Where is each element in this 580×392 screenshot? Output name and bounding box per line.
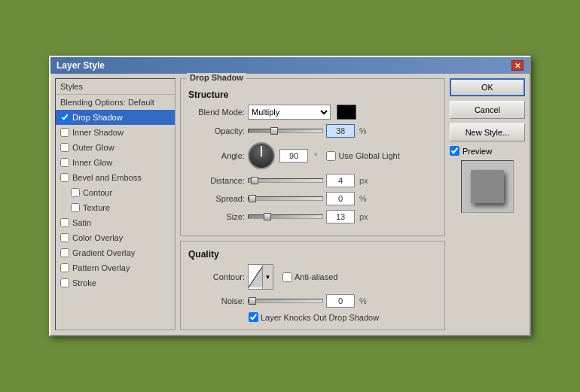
layer-knocks-label[interactable]: Layer Knocks Out Drop Shadow xyxy=(249,312,379,322)
spread-row: Spread: % xyxy=(188,192,437,205)
drop-shadow-legend: Drop Shadow xyxy=(187,73,246,82)
noise-unit: % xyxy=(359,296,367,305)
sidebar-item-stroke[interactable]: Stroke xyxy=(56,275,175,290)
inner-glow-label: Inner Glow xyxy=(72,158,112,167)
size-unit: px xyxy=(359,212,368,221)
pattern-overlay-label: Pattern Overlay xyxy=(72,263,130,272)
opacity-label: Opacity: xyxy=(188,126,245,135)
opacity-slider[interactable] xyxy=(248,129,323,133)
preview-label[interactable]: Preview xyxy=(450,146,525,156)
ok-button[interactable]: OK xyxy=(450,78,525,96)
drop-shadow-section: Drop Shadow Structure Blend Mode: Multip… xyxy=(180,78,445,236)
blending-options-label: Blending Options: Default xyxy=(60,98,154,107)
noise-label: Noise: xyxy=(188,296,245,305)
contour-label: Contour: xyxy=(188,272,245,281)
sidebar-item-bevel-emboss[interactable]: Bevel and Emboss xyxy=(56,170,175,185)
texture-checkbox[interactable] xyxy=(71,203,80,212)
preview-swatch xyxy=(471,170,504,203)
sidebar-item-blending-options[interactable]: Blending Options: Default xyxy=(56,95,175,110)
quality-section: Quality Contour: ▼ Anti-aliase xyxy=(180,241,445,330)
anti-aliased-label[interactable]: Anti-aliased xyxy=(282,272,337,282)
preview-box xyxy=(461,160,514,213)
angle-label: Angle: xyxy=(188,151,245,160)
gradient-overlay-checkbox[interactable] xyxy=(60,248,69,257)
drop-shadow-checkbox[interactable] xyxy=(60,113,69,122)
contour-thumbnail[interactable]: ▼ xyxy=(248,264,273,290)
stroke-checkbox[interactable] xyxy=(60,278,69,287)
opacity-input[interactable] xyxy=(326,124,355,138)
blend-mode-select[interactable]: Multiply Normal Screen xyxy=(248,105,331,120)
bevel-emboss-checkbox[interactable] xyxy=(60,173,69,182)
sidebar-item-outer-glow[interactable]: Outer Glow xyxy=(56,140,175,155)
distance-input[interactable] xyxy=(326,174,355,187)
quality-title: Quality xyxy=(188,249,437,260)
spread-slider[interactable] xyxy=(248,196,323,201)
sidebar-item-pattern-overlay[interactable]: Pattern Overlay xyxy=(56,260,175,275)
spread-input[interactable] xyxy=(326,192,355,205)
outer-glow-checkbox[interactable] xyxy=(60,143,69,152)
noise-row: Noise: % xyxy=(188,294,437,308)
right-panel: OK Cancel New Style... Preview xyxy=(450,78,525,330)
left-panel: Styles Blending Options: Default Drop Sh… xyxy=(55,78,176,330)
distance-row: Distance: px xyxy=(188,174,437,187)
structure-title: Structure xyxy=(188,90,437,100)
gradient-overlay-label: Gradient Overlay xyxy=(72,248,135,257)
angle-dial[interactable] xyxy=(248,142,275,169)
dialog-title: Layer Style xyxy=(56,60,105,71)
contour-checkbox[interactable] xyxy=(71,188,80,197)
inner-glow-checkbox[interactable] xyxy=(60,158,69,167)
sidebar-item-contour[interactable]: Contour xyxy=(56,185,175,200)
sidebar-item-inner-shadow[interactable]: Inner Shadow xyxy=(56,125,175,140)
sidebar-item-inner-glow[interactable]: Inner Glow xyxy=(56,155,175,170)
satin-label: Satin xyxy=(72,218,91,227)
opacity-row: Opacity: % xyxy=(188,124,437,138)
sidebar-item-texture[interactable]: Texture xyxy=(56,200,175,215)
use-global-light-label[interactable]: Use Global Light xyxy=(326,151,399,161)
drop-shadow-label: Drop Shadow xyxy=(72,113,123,122)
spread-label: Spread: xyxy=(188,194,245,203)
satin-checkbox[interactable] xyxy=(60,218,69,227)
noise-slider[interactable] xyxy=(248,299,323,303)
sidebar-item-satin[interactable]: Satin xyxy=(56,215,175,230)
bevel-emboss-label: Bevel and Emboss xyxy=(72,173,142,182)
inner-shadow-checkbox[interactable] xyxy=(60,128,69,137)
angle-row: Angle: ° Use Global Light xyxy=(188,142,437,169)
dialog-body: Styles Blending Options: Default Drop Sh… xyxy=(50,74,530,335)
dial-needle xyxy=(261,146,262,156)
styles-header: Styles xyxy=(56,79,175,95)
sidebar-item-gradient-overlay[interactable]: Gradient Overlay xyxy=(56,245,175,260)
cancel-button[interactable]: Cancel xyxy=(450,101,525,119)
noise-input[interactable] xyxy=(326,294,355,308)
size-label: Size: xyxy=(188,212,245,221)
blend-mode-label: Blend Mode: xyxy=(188,108,245,117)
distance-unit: px xyxy=(359,176,368,185)
contour-svg xyxy=(249,265,264,287)
color-overlay-checkbox[interactable] xyxy=(60,233,69,242)
contour-dropdown-button[interactable]: ▼ xyxy=(262,265,273,289)
close-button[interactable]: ✕ xyxy=(511,60,524,71)
angle-input[interactable] xyxy=(279,149,308,163)
stroke-label: Stroke xyxy=(72,278,96,287)
pattern-overlay-checkbox[interactable] xyxy=(60,263,69,272)
contour-row: Contour: ▼ Anti-aliased xyxy=(188,264,437,290)
anti-aliased-checkbox[interactable] xyxy=(282,272,292,282)
preview-checkbox[interactable] xyxy=(450,146,459,156)
angle-unit: ° xyxy=(314,151,317,160)
new-style-button[interactable]: New Style... xyxy=(450,123,525,141)
use-global-light-checkbox[interactable] xyxy=(326,151,336,161)
size-slider[interactable] xyxy=(248,214,323,219)
blend-mode-row: Blend Mode: Multiply Normal Screen xyxy=(188,105,437,120)
texture-label: Texture xyxy=(83,203,110,212)
layer-knocks-row: Layer Knocks Out Drop Shadow xyxy=(249,312,437,322)
inner-shadow-label: Inner Shadow xyxy=(72,128,124,137)
shadow-color-swatch[interactable] xyxy=(337,105,356,120)
sidebar-item-drop-shadow[interactable]: Drop Shadow xyxy=(56,110,175,125)
size-input[interactable] xyxy=(326,210,355,223)
layer-style-dialog: Layer Style ✕ Styles Blending Options: D… xyxy=(49,56,531,336)
angle-container: ° xyxy=(248,142,317,169)
distance-slider[interactable] xyxy=(248,178,323,183)
layer-knocks-checkbox[interactable] xyxy=(249,312,258,322)
sidebar-item-color-overlay[interactable]: Color Overlay xyxy=(56,230,175,245)
middle-panel: Drop Shadow Structure Blend Mode: Multip… xyxy=(180,78,445,330)
outer-glow-label: Outer Glow xyxy=(72,143,114,152)
